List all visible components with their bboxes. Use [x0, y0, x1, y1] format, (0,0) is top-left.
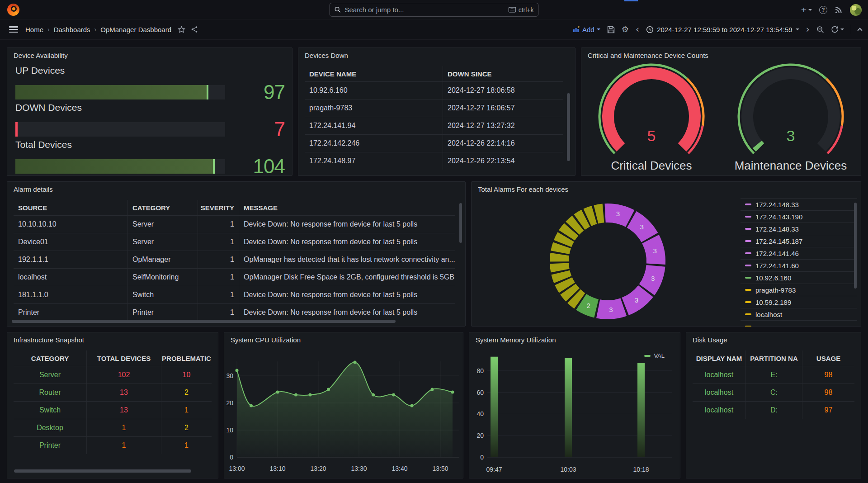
time-range-picker[interactable]: 2024-12-27 12:59:59 to 2024-12-27 13:54:…	[646, 26, 799, 33]
column-header[interactable]: SEVERITY	[198, 200, 239, 215]
breadcrumb-dashboards[interactable]: Dashboards	[54, 26, 90, 33]
news-rss-icon[interactable]	[835, 6, 843, 14]
bar-gauge-label: Total Devices	[15, 139, 72, 150]
column-header[interactable]: MESSAGE	[239, 200, 455, 215]
panel-title[interactable]: Disk Usage	[693, 336, 727, 344]
grafana-dashboard: Search or jump to... ctrl+k + ?	[0, 0, 868, 483]
help-button[interactable]: ?	[819, 6, 827, 14]
legend-item[interactable]: 172.24.148.33	[741, 223, 857, 235]
table-cell: 1	[198, 304, 239, 321]
panel-title[interactable]: Devices Down	[305, 52, 348, 59]
panel-title[interactable]: Critical and Maintenance Device Counts	[588, 52, 708, 59]
legend-item[interactable]: 172.24.148.33	[741, 198, 857, 210]
user-avatar[interactable]	[850, 4, 862, 16]
horizontal-scrollbar[interactable]	[12, 320, 396, 323]
legend-item[interactable]: pragath-9783	[741, 284, 857, 296]
refresh-button[interactable]	[831, 26, 844, 33]
column-header[interactable]: CATEGORY	[14, 350, 87, 366]
grafana-logo-icon[interactable]	[7, 4, 19, 16]
table-cell: 102	[87, 366, 161, 384]
panel-title[interactable]: Alarm details	[14, 185, 53, 193]
data-point	[276, 391, 279, 394]
bar-gauge-track	[15, 122, 225, 137]
column-header[interactable]: DOWN SINCE	[443, 66, 563, 81]
table-row: 192.1.1.1OpManager1OpManager has detecte…	[14, 251, 455, 268]
vertical-scrollbar[interactable]	[459, 203, 462, 243]
table-row: 172.24.141.942024-12-27 13:27:32	[305, 117, 563, 134]
donut-segment[interactable]	[550, 263, 569, 273]
column-header[interactable]: PROBLEMATIC	[161, 350, 212, 366]
gauge-value: 3	[787, 127, 795, 144]
legend-label: 172.24.148.33	[755, 201, 799, 208]
table-cell: E:	[746, 366, 802, 384]
panel-title[interactable]: Total Alarms For each devices	[478, 185, 568, 193]
vertical-scrollbar[interactable]	[567, 93, 570, 161]
search-input[interactable]: Search or jump to... ctrl+k	[330, 3, 539, 17]
donut-chart[interactable]: 3333332	[539, 197, 676, 326]
menu-icon[interactable]	[9, 26, 18, 33]
bar-gauge-value: 104	[253, 156, 285, 176]
donut-segment-label: 2	[587, 302, 590, 309]
column-header[interactable]: PARTITION NA	[746, 350, 802, 366]
table-row: Router132	[14, 384, 212, 401]
add-button[interactable]: Add	[573, 26, 600, 33]
table-row: 181.1.1.0Switch1Device Down: No response…	[14, 286, 455, 303]
panel-title[interactable]: System CPU Utilization	[231, 336, 301, 344]
donut-segment-label: 3	[616, 210, 620, 218]
divider	[851, 24, 851, 34]
table-cell: 1	[87, 419, 161, 436]
time-range-text: 2024-12-27 12:59:59 to 2024-12-27 13:54:…	[657, 26, 792, 33]
donut-segment[interactable]	[550, 253, 569, 261]
legend-item[interactable]: 10.59.2.189	[741, 296, 857, 308]
share-icon[interactable]	[191, 26, 198, 33]
settings-gear-icon[interactable]: ⚙	[622, 25, 629, 33]
horizontal-scrollbar[interactable]	[14, 469, 191, 473]
legend-swatch	[745, 252, 751, 254]
column-header[interactable]: SOURCE	[14, 200, 128, 215]
legend-label: 172.24.141.46	[755, 250, 799, 257]
time-forward-chevron-right-icon[interactable]: ›	[806, 25, 810, 34]
search-placeholder: Search or jump to...	[345, 6, 505, 14]
zoom-out-icon[interactable]	[816, 26, 824, 33]
collapse-chevron-up-icon[interactable]	[857, 28, 862, 33]
legend-item[interactable]: 172.24.141.46	[741, 247, 857, 259]
save-icon[interactable]	[607, 26, 615, 33]
legend-item[interactable]: localhost	[741, 308, 857, 320]
devices-down-table: DEVICE NAMEDOWN SINCE10.92.6.1602024-12-…	[305, 66, 563, 170]
new-button[interactable]: +	[801, 5, 812, 14]
column-header[interactable]: USAGE	[802, 350, 854, 366]
table-cell: 98	[802, 384, 854, 401]
legend-item[interactable]: 10.92.6.160	[741, 271, 857, 284]
donut-segment-label: 3	[653, 247, 656, 255]
dashboard-grid: Device Availability UP Devices97DOWN Dev…	[0, 40, 868, 483]
panel-title[interactable]: Device Availability	[14, 52, 68, 59]
time-back-chevron-left-icon[interactable]: ‹	[636, 25, 639, 34]
vertical-scrollbar[interactable]	[854, 203, 857, 289]
bar-gauge-fill	[15, 122, 18, 137]
donut-segment-label: 3	[609, 306, 613, 313]
panel-disk-usage: Disk Usage DISPLAY NAMPARTITION NAUSAGEl…	[686, 332, 861, 478]
panel-title[interactable]: Infrastructure Snapshot	[14, 336, 84, 344]
table-cell: Server	[128, 216, 198, 233]
column-header[interactable]: CATEGORY	[128, 200, 198, 215]
memory-bar-chart[interactable]: 02040608009:4710:0310:18	[469, 342, 680, 478]
breadcrumb-home[interactable]: Home	[25, 26, 43, 33]
top-actions: + ?	[801, 0, 862, 19]
star-icon[interactable]	[178, 26, 185, 33]
table-cell: C:	[746, 384, 802, 401]
x-axis-tick: 13:10	[269, 465, 285, 472]
column-header[interactable]: DISPLAY NAM	[693, 350, 746, 366]
column-header[interactable]: TOTAL DEVICES	[87, 350, 161, 366]
legend-item[interactable]	[741, 320, 857, 327]
legend-item[interactable]: 172.24.143.190	[741, 210, 857, 223]
y-axis-tick: 10	[226, 426, 233, 434]
table-cell: 97	[802, 402, 854, 419]
table-cell: 10.92.6.160	[305, 82, 443, 99]
column-header[interactable]: DEVICE NAME	[305, 66, 443, 81]
table-cell: Printer	[14, 437, 87, 454]
legend-item[interactable]: 172.24.141.60	[741, 259, 857, 271]
legend-swatch	[745, 228, 751, 230]
cpu-line-chart[interactable]: 010203013:0013:1013:2013:3013:4013:50	[224, 349, 463, 477]
table-cell: 2024-12-26 22:14:16	[443, 135, 563, 152]
legend-item[interactable]: 172.24.145.187	[741, 235, 857, 247]
